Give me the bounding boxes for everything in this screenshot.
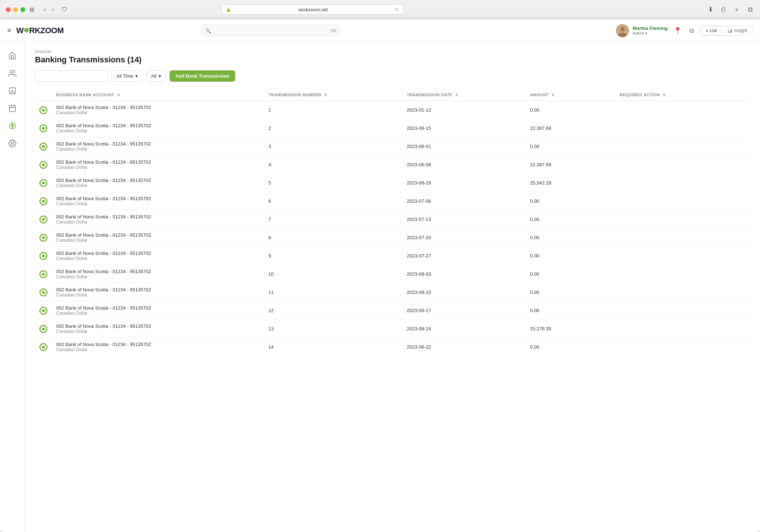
- bank-name: 002 Bank of Nova Scotia - 01234 - 951357…: [56, 305, 151, 311]
- table-row[interactable]: 002 Bank of Nova Scotia - 01234 - 951357…: [35, 283, 750, 302]
- sidebar-item-settings[interactable]: [4, 135, 20, 151]
- status-dot: [39, 197, 47, 205]
- status-dot: [39, 234, 47, 242]
- td-bank: 002 Bank of Nova Scotia - 01234 - 951357…: [52, 265, 264, 283]
- app-header: ≡ WRKZOOM 🔍 ⌨ Martha Fleming: [0, 19, 760, 42]
- table-row[interactable]: 002 Bank of Nova Scotia - 01234 - 951357…: [35, 119, 750, 137]
- td-status: [35, 229, 52, 247]
- table-row[interactable]: 002 Bank of Nova Scotia - 01234 - 951357…: [35, 174, 750, 192]
- th-bank-account[interactable]: BUSINESS BANK ACCOUNT ⇅: [52, 89, 264, 101]
- table-row[interactable]: 002 Bank of Nova Scotia - 01234 - 951357…: [35, 210, 750, 229]
- bank-currency: Canadian Dollar: [56, 201, 151, 206]
- bank-currency: Canadian Dollar: [56, 220, 151, 225]
- dollar-icon: [8, 122, 16, 130]
- insight-view-button[interactable]: 📊 Insight: [722, 26, 752, 35]
- chevron-down-icon: ▾: [159, 73, 161, 79]
- td-amount: 0.00: [526, 247, 616, 265]
- sidebar-item-financial[interactable]: [4, 118, 20, 134]
- bank-info: 002 Bank of Nova Scotia - 01234 - 951357…: [56, 287, 151, 298]
- hamburger-button[interactable]: ≡: [7, 27, 11, 34]
- bank-name: 002 Bank of Nova Scotia - 01234 - 951357…: [56, 269, 151, 274]
- table-row[interactable]: 002 Bank of Nova Scotia - 01234 - 951357…: [35, 320, 750, 338]
- td-trans-number: 10: [264, 265, 402, 283]
- refresh-icon[interactable]: ↻: [395, 7, 399, 12]
- table-row[interactable]: 002 Bank of Nova Scotia - 01234 - 951357…: [35, 265, 750, 283]
- logout-icon-button[interactable]: ⊖: [687, 25, 696, 36]
- address-bar[interactable]: 🔒 workzoom.net ↻: [221, 4, 404, 15]
- sidebar-item-home[interactable]: [4, 48, 20, 64]
- th-amount[interactable]: AMOUNT ⇅: [526, 89, 616, 101]
- table-row[interactable]: 002 Bank of Nova Scotia - 01234 - 951357…: [35, 156, 750, 174]
- sort-icon-trans-date: ⇅: [455, 93, 458, 97]
- table-row[interactable]: 002 Bank of Nova Scotia - 01234 - 951357…: [35, 302, 750, 320]
- table-row[interactable]: 002 Bank of Nova Scotia - 01234 - 951357…: [35, 101, 750, 119]
- th-trans-date[interactable]: TRANSMISSION DATE ⇅: [402, 89, 526, 101]
- sidebar-item-calendar[interactable]: [4, 100, 20, 116]
- bank-name: 002 Bank of Nova Scotia - 01234 - 951357…: [56, 141, 151, 147]
- table-row[interactable]: 002 Bank of Nova Scotia - 01234 - 951357…: [35, 229, 750, 247]
- th-required-action[interactable]: REQUIRED ACTION ⇅: [615, 89, 750, 101]
- sort-icon-action: ⇅: [663, 93, 666, 97]
- td-bank: 002 Bank of Nova Scotia - 01234 - 951357…: [52, 174, 264, 192]
- forward-button[interactable]: ›: [50, 5, 56, 13]
- header-search-input[interactable]: [202, 25, 340, 36]
- table-row[interactable]: 002 Bank of Nova Scotia - 01234 - 951357…: [35, 338, 750, 356]
- td-trans-date: 2023-01-12: [402, 101, 526, 119]
- location-icon-button[interactable]: 📍: [672, 25, 683, 36]
- sidebar-item-people[interactable]: [4, 65, 20, 81]
- chevron-down-icon: ▾: [645, 31, 647, 35]
- share-icon[interactable]: ⎙: [720, 4, 727, 15]
- td-trans-number: 1: [264, 101, 402, 119]
- bank-info: 002 Bank of Nova Scotia - 01234 - 951357…: [56, 323, 151, 334]
- search-icon-right: ⌨: [331, 28, 337, 33]
- td-required-action: [615, 229, 750, 247]
- bank-currency: Canadian Dollar: [56, 347, 151, 352]
- td-amount: 22,387.69: [526, 156, 616, 174]
- bank-currency: Canadian Dollar: [56, 256, 151, 261]
- table-row[interactable]: 002 Bank of Nova Scotia - 01234 - 951357…: [35, 192, 750, 210]
- download-icon[interactable]: ⬇: [706, 4, 715, 15]
- status-dot-inner: [42, 163, 45, 166]
- table-row[interactable]: 002 Bank of Nova Scotia - 01234 - 951357…: [35, 137, 750, 156]
- bank-currency: Canadian Dollar: [56, 147, 151, 152]
- th-status: [35, 89, 52, 101]
- td-status: [35, 174, 52, 192]
- td-status: [35, 119, 52, 137]
- minimize-button[interactable]: [13, 7, 18, 12]
- browser-chrome: ⊞ ‹ › 🛡 🔒 workzoom.net ↻ ⬇ ⎙ ＋ ⧉: [0, 0, 760, 19]
- td-status: [35, 156, 52, 174]
- bank-name: 002 Bank of Nova Scotia - 01234 - 951357…: [56, 105, 151, 110]
- maximize-button[interactable]: [20, 7, 25, 12]
- td-status: [35, 137, 52, 156]
- filter-search-input[interactable]: [35, 70, 108, 82]
- td-amount: 0.00: [526, 137, 616, 156]
- bank-currency: Canadian Dollar: [56, 238, 151, 243]
- add-bank-transmission-button[interactable]: Add Bank Transmission: [170, 70, 235, 82]
- bank-info: 002 Bank of Nova Scotia - 01234 - 951357…: [56, 159, 151, 170]
- table-row[interactable]: 002 Bank of Nova Scotia - 01234 - 951357…: [35, 247, 750, 265]
- sidebar-toggle-button[interactable]: ⊞: [30, 6, 34, 13]
- td-amount: 25,542.29: [526, 174, 616, 192]
- sort-icon-amount: ⇅: [551, 93, 555, 97]
- bank-info: 002 Bank of Nova Scotia - 01234 - 951357…: [56, 196, 151, 206]
- td-amount: 0.00: [526, 229, 616, 247]
- bank-info: 002 Bank of Nova Scotia - 01234 - 951357…: [56, 123, 151, 133]
- back-button[interactable]: ‹: [42, 5, 48, 13]
- status-dot-inner: [42, 291, 45, 294]
- all-time-filter-button[interactable]: All Time ▾: [112, 70, 143, 82]
- sidebar-item-analytics[interactable]: [4, 83, 20, 99]
- tabs-icon[interactable]: ⧉: [747, 4, 754, 15]
- td-trans-date: 2023-08-17: [402, 302, 526, 320]
- bank-currency: Canadian Dollar: [56, 110, 151, 115]
- bank-name: 002 Bank of Nova Scotia - 01234 - 951357…: [56, 323, 151, 329]
- td-status: [35, 247, 52, 265]
- list-view-button[interactable]: ≡ List: [701, 26, 722, 35]
- bank-info: 002 Bank of Nova Scotia - 01234 - 951357…: [56, 251, 151, 261]
- th-trans-number[interactable]: TRANSMISSION NUMBER ⇅: [264, 89, 402, 101]
- status-dot-inner: [42, 309, 45, 312]
- all-filter-button[interactable]: All ▾: [146, 70, 166, 82]
- user-details: Martha Fleming Admin ▾: [633, 26, 668, 36]
- td-amount: 22,387.69: [526, 119, 616, 137]
- close-button[interactable]: [6, 7, 11, 12]
- new-tab-icon[interactable]: ＋: [732, 4, 741, 15]
